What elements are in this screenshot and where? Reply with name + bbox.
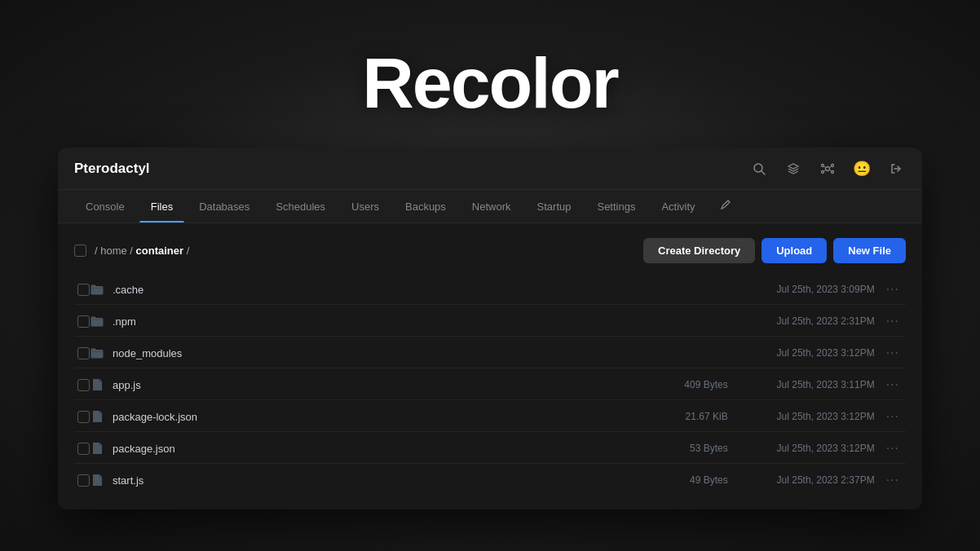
svg-rect-17 — [91, 349, 96, 351]
breadcrumb-row: / home / container / Create Directory Up… — [74, 238, 906, 263]
file-row: start.js 49 Bytes Jul 25th, 2023 2:37PM … — [74, 465, 906, 495]
file-row: app.js 409 Bytes Jul 25th, 2023 3:11PM ·… — [74, 370, 906, 400]
tab-console[interactable]: Console — [74, 191, 136, 223]
file-size: 409 Bytes — [655, 379, 728, 390]
layers-icon[interactable] — [784, 159, 803, 179]
file-menu-button[interactable]: ··· — [883, 282, 903, 297]
panel: Pterodactyl — [58, 148, 922, 509]
breadcrumb: / home / container / — [95, 245, 189, 257]
file-name: package-lock.json — [113, 411, 655, 423]
file-name: start.js — [113, 474, 655, 487]
nodes-icon[interactable] — [818, 159, 837, 179]
tab-activity[interactable]: Activity — [650, 191, 706, 223]
folder-icon — [90, 282, 104, 297]
file-checkbox[interactable] — [77, 443, 90, 455]
svg-rect-12 — [91, 286, 104, 295]
file-date: Jul 25th, 2023 2:31PM — [728, 315, 875, 327]
file-menu-button[interactable]: ··· — [883, 409, 903, 424]
document-icon — [90, 409, 104, 424]
create-directory-button[interactable]: Create Directory — [643, 238, 755, 263]
file-area: / home / container / Create Directory Up… — [58, 223, 922, 509]
file-name: .npm — [113, 315, 655, 328]
svg-rect-15 — [91, 317, 96, 320]
tab-schedules[interactable]: Schedules — [264, 191, 337, 223]
svg-rect-16 — [91, 350, 104, 359]
panel-header: Pterodactyl — [58, 148, 922, 190]
document-icon — [90, 473, 104, 487]
file-date: Jul 25th, 2023 3:11PM — [728, 379, 875, 390]
file-list: .cache Jul 25th, 2023 3:09PM ··· .npm Ju… — [74, 275, 906, 495]
file-menu-button[interactable]: ··· — [883, 377, 903, 392]
tab-startup[interactable]: Startup — [526, 191, 583, 223]
file-menu-button[interactable]: ··· — [883, 473, 903, 487]
file-size: 53 Bytes — [655, 443, 728, 454]
select-all-checkbox[interactable] — [74, 245, 86, 257]
svg-point-2 — [826, 166, 830, 170]
file-row: node_modules Jul 25th, 2023 3:12PM ··· — [74, 338, 906, 368]
tab-users[interactable]: Users — [340, 191, 391, 223]
svg-rect-14 — [91, 318, 104, 327]
file-checkbox[interactable] — [77, 411, 90, 423]
file-row: package.json 53 Bytes Jul 25th, 2023 3:1… — [74, 434, 906, 464]
action-buttons: Create Directory Upload New File — [643, 238, 906, 263]
logout-icon[interactable] — [886, 159, 906, 179]
file-menu-button[interactable]: ··· — [883, 346, 903, 360]
tab-network[interactable]: Network — [461, 191, 523, 223]
document-icon — [90, 377, 104, 392]
file-menu-button[interactable]: ··· — [883, 441, 903, 456]
file-date: Jul 25th, 2023 2:37PM — [728, 474, 875, 486]
folder-icon — [90, 346, 104, 360]
file-checkbox[interactable] — [77, 284, 90, 296]
tab-files[interactable]: Files — [139, 191, 184, 223]
search-icon[interactable] — [749, 159, 769, 179]
file-name: .cache — [113, 284, 655, 296]
file-checkbox[interactable] — [77, 315, 90, 328]
svg-point-4 — [822, 164, 824, 166]
file-checkbox[interactable] — [77, 379, 90, 391]
brand-title: Recolor — [362, 42, 618, 125]
file-checkbox[interactable] — [77, 474, 90, 487]
edit-nav-icon[interactable] — [713, 190, 737, 223]
svg-rect-13 — [91, 285, 96, 288]
tab-backups[interactable]: Backups — [394, 191, 457, 223]
tab-settings[interactable]: Settings — [585, 191, 647, 223]
user-avatar-icon[interactable]: 😐 — [852, 159, 872, 179]
nav-tabs: Console Files Databases Schedules Users … — [58, 190, 922, 223]
file-date: Jul 25th, 2023 3:09PM — [728, 284, 875, 295]
svg-point-5 — [832, 170, 834, 173]
file-name: node_modules — [113, 347, 655, 359]
new-file-button[interactable]: New File — [833, 238, 906, 263]
upload-button[interactable]: Upload — [761, 238, 827, 263]
file-date: Jul 25th, 2023 3:12PM — [728, 443, 875, 454]
file-row: .npm Jul 25th, 2023 2:31PM ··· — [74, 306, 906, 337]
file-date: Jul 25th, 2023 3:12PM — [728, 347, 875, 359]
folder-icon — [90, 314, 104, 328]
file-name: package.json — [113, 443, 655, 455]
file-row: package-lock.json 21.67 KiB Jul 25th, 20… — [74, 402, 906, 432]
svg-point-6 — [822, 170, 824, 173]
file-size: 49 Bytes — [655, 474, 728, 486]
file-menu-button[interactable]: ··· — [883, 314, 903, 328]
svg-point-3 — [832, 164, 834, 166]
svg-line-1 — [761, 171, 765, 174]
panel-title: Pterodactyl — [74, 161, 150, 177]
file-date: Jul 25th, 2023 3:12PM — [728, 411, 875, 422]
file-name: app.js — [113, 379, 655, 391]
tab-databases[interactable]: Databases — [188, 191, 261, 223]
header-icons: 😐 — [749, 159, 906, 179]
file-checkbox[interactable] — [77, 347, 90, 359]
document-icon — [90, 441, 104, 456]
file-row: .cache Jul 25th, 2023 3:09PM ··· — [74, 275, 906, 305]
file-size: 21.67 KiB — [655, 411, 728, 422]
breadcrumb-left: / home / container / — [74, 245, 189, 257]
